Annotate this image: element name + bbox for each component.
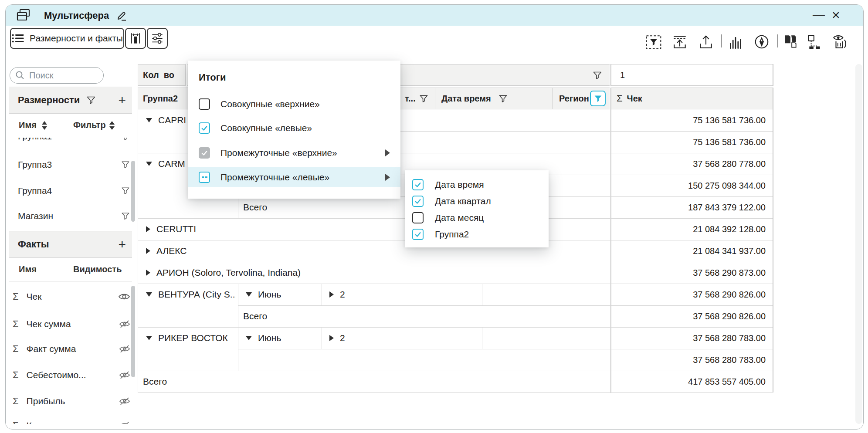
eye-off-icon[interactable] [119, 396, 130, 406]
row-label: CARM [158, 159, 185, 169]
funnel-icon[interactable] [592, 70, 603, 81]
dimension-item[interactable]: Магазин [9, 205, 132, 227]
row-month-cell[interactable]: Июнь [246, 327, 281, 349]
row-group-cell[interactable]: ВЕНТУРА (City S... [146, 284, 236, 305]
month-label: Июнь [258, 289, 281, 300]
sort-name-icon[interactable] [41, 121, 47, 130]
expand-icon[interactable] [329, 335, 334, 341]
checkbox-checked[interactable] [412, 179, 424, 190]
expand-icon[interactable] [329, 291, 334, 298]
menu-item-intermediate-top[interactable]: Промежуточные «верхние» [188, 143, 400, 162]
intermediate-left-submenu: Дата время Дата квартал Дата месяц Групп… [405, 170, 549, 247]
funnel-icon[interactable] [121, 186, 130, 196]
row-group-cell[interactable]: CARM [146, 153, 185, 175]
collapse-icon[interactable] [246, 292, 252, 297]
fact-item[interactable]: Σ Чек [9, 286, 132, 308]
minimize-button[interactable]: — [813, 7, 825, 21]
date-time-header-cell[interactable]: Дата время [435, 88, 553, 109]
eye-off-icon[interactable] [119, 370, 130, 380]
fact-item[interactable]: Σ Себестоимо... [9, 364, 132, 386]
fact-item[interactable]: Σ Кол_во [9, 415, 132, 424]
month-label: Июнь [258, 333, 281, 343]
collapse-icon[interactable] [146, 162, 152, 166]
eye-off-icon[interactable] [119, 344, 130, 354]
funnel-icon[interactable] [498, 94, 508, 104]
compass-icon[interactable] [753, 34, 770, 50]
column-width-button[interactable] [125, 28, 146, 49]
dimensions-filter-icon[interactable] [86, 95, 96, 105]
checkbox-indeterminate[interactable] [199, 172, 210, 183]
row-quarter-cell[interactable]: 2 [329, 327, 345, 349]
submenu-item-date-time[interactable]: Дата время [405, 176, 549, 193]
table-scrollbar-track[interactable] [855, 64, 862, 424]
row-month-cell[interactable]: Июнь [246, 284, 281, 305]
menu-item-intermediate-left[interactable]: Промежуточные «левые» [188, 167, 400, 187]
selection-filter-icon[interactable] [645, 34, 662, 51]
facts-scrollbar[interactable] [131, 286, 135, 377]
checkbox-unchecked[interactable] [412, 212, 424, 223]
submenu-item-date-month[interactable]: Дата месяц [405, 210, 549, 226]
submenu-item-date-quarter[interactable]: Дата квартал [405, 193, 549, 210]
row-group-cell[interactable]: АЛЕКС [146, 240, 186, 262]
expand-icon[interactable] [146, 270, 150, 276]
submenu-item-label: Группа2 [435, 229, 469, 240]
fact-item[interactable]: Σ Чек сумма [9, 313, 132, 335]
hierarchy-icon[interactable] [807, 34, 823, 50]
dimension-item-clipped[interactable]: Группа1 [9, 138, 132, 144]
submenu-item-group2[interactable]: Группа2 [405, 226, 549, 243]
collapse-icon[interactable] [146, 118, 152, 122]
add-dimension-button[interactable]: + [118, 94, 126, 107]
export-icon[interactable] [698, 34, 714, 50]
quarter-label: 2 [340, 289, 345, 300]
window-cascade-icon [16, 8, 31, 22]
expand-icon[interactable] [146, 248, 150, 254]
dimension-item[interactable]: Группа3 [9, 154, 132, 176]
eye-off-icon[interactable] [119, 319, 130, 329]
dimensions-scrollbar[interactable] [131, 161, 135, 222]
dimensions-facts-button[interactable]: Размерности и факты [10, 28, 124, 49]
fact-item[interactable]: Σ Факт сумма [9, 338, 132, 360]
copy-docs-icon[interactable] [782, 34, 799, 50]
row-label: CAPRI [158, 115, 186, 125]
add-fact-button[interactable]: + [118, 238, 126, 251]
bar-chart-icon[interactable] [727, 34, 744, 51]
checkbox-checked[interactable] [412, 229, 424, 240]
filter-column-label: Фильтр [73, 120, 106, 130]
row-quarter-cell[interactable]: 2 [329, 284, 345, 305]
collapse-icon[interactable] [246, 336, 252, 340]
view-recycler-icon[interactable] [832, 34, 848, 50]
menu-item-aggregate-top[interactable]: Совокупные «верхние» [188, 95, 400, 114]
eye-open-icon[interactable] [118, 292, 130, 301]
measure-header-cell[interactable]: Кол_во [138, 64, 186, 86]
search-input[interactable]: Поиск [10, 67, 104, 84]
view-settings-button[interactable] [147, 28, 168, 49]
row-group-cell[interactable]: CERUTTI [146, 218, 196, 240]
sort-filter-icon[interactable] [109, 121, 115, 130]
checkbox-checked-gray[interactable] [199, 147, 210, 159]
checkbox-checked[interactable] [412, 196, 424, 207]
collapse-icon[interactable] [146, 336, 152, 340]
fact-item[interactable]: Σ Прибыль [9, 390, 132, 412]
name-column-label: Имя [19, 264, 37, 274]
row-group-cell[interactable]: АРИОН (Soloro, Tervolina, Indiana) [146, 262, 301, 284]
funnel-icon[interactable] [121, 211, 130, 221]
dimensions-header: Размерности + [9, 87, 132, 114]
funnel-icon[interactable] [419, 94, 429, 104]
value-cell: 187 843 379 122.00 [611, 196, 766, 218]
expand-icon[interactable] [146, 226, 150, 232]
eye-off-icon[interactable] [119, 421, 130, 424]
row-group-cell[interactable]: CAPRI [146, 109, 186, 131]
close-button[interactable]: × [832, 7, 840, 23]
edit-pencil-icon[interactable] [115, 9, 128, 21]
dimensions-title: Размерности [18, 95, 80, 106]
funnel-icon[interactable] [121, 160, 130, 169]
collapse-icon[interactable] [146, 292, 152, 297]
dimension-item[interactable]: Группа4 [9, 180, 132, 202]
value-header-cell[interactable]: Σ Чек [611, 88, 773, 109]
row-group-cell[interactable]: РИКЕР ВОСТОК [146, 327, 228, 349]
region-active-filter-button[interactable] [590, 91, 606, 106]
checkbox-unchecked[interactable] [199, 98, 210, 110]
menu-item-aggregate-left[interactable]: Совокупные «левые» [188, 118, 400, 138]
collapse-rows-icon[interactable] [671, 34, 688, 50]
checkbox-checked[interactable] [199, 122, 210, 134]
